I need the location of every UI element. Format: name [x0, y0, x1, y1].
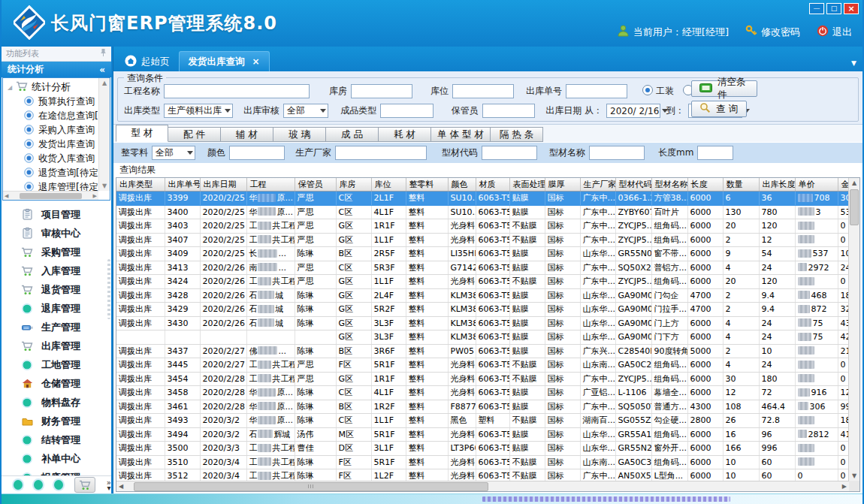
column-header-型材名称[interactable]: 型材名称: [651, 178, 687, 192]
tree-expander-icon[interactable]: ◢: [8, 84, 12, 91]
table-horizontal-scrollbar[interactable]: ◀ ▶: [116, 481, 849, 491]
logout-button[interactable]: 退出: [817, 25, 852, 39]
column-header-金[interactable]: 金: [838, 178, 849, 192]
column-header-出库类型[interactable]: 出库类型: [116, 178, 165, 192]
column-header-工程[interactable]: 工程: [246, 178, 295, 192]
pin-icon[interactable]: [100, 48, 107, 59]
radio-gongzhuang[interactable]: 工装: [642, 85, 674, 98]
table-vertical-scrollbar[interactable]: ▲ ▼: [848, 178, 859, 481]
column-header-表面处理[interactable]: 表面处理: [509, 178, 545, 192]
table-row[interactable]: 调拨出库34942020/3/2石辉城汤伟M区5R1F整料光身料6063-T5贴…: [116, 427, 849, 442]
tree-item-在途信息查询[待[interactable]: 在途信息查询[待: [3, 109, 98, 123]
sidebar-item-审核中心[interactable]: 审核中心: [2, 224, 111, 243]
tree-horizontal-scrollbar[interactable]: ◀▶: [3, 191, 98, 200]
tree-item-预算执行查询[interactable]: 预算执行查询: [3, 95, 98, 109]
tree-hscroll-thumb[interactable]: [20, 193, 83, 199]
vscroll-thumb[interactable]: [850, 189, 859, 225]
column-header-整零料[interactable]: 整零料: [406, 178, 448, 192]
clear-conditions-button[interactable]: 清空条件: [691, 80, 757, 97]
table-row[interactable]: 调拨出库34302020/2/26石城陈琳G区3L3F整料KLM38176063…: [116, 316, 849, 330]
project-name-input[interactable]: [164, 84, 310, 98]
material-tab-隔热条[interactable]: 隔 热 条: [491, 127, 543, 142]
date-from-select[interactable]: 2020/ 2/16: [606, 104, 660, 118]
table-row[interactable]: 调拨出库34582020/2/28华原...陈琳C区4L1F整料光身料6063-…: [116, 386, 849, 400]
outbound-type-select[interactable]: 生产领料出库: [164, 104, 233, 118]
table-row[interactable]: 调拨出库34132020/2/26南...严思C区5R3F整料G71422606…: [116, 261, 849, 275]
material-tab-耗材[interactable]: 耗 材: [379, 127, 431, 142]
table-row[interactable]: 调拨出库34932020/3/2华原...陈琳C区1L1F整料黑色塑料不贴膜国标…: [116, 414, 849, 428]
tree-item-退库管理[待定][interactable]: 退库管理[待定]: [3, 180, 98, 191]
column-header-材质[interactable]: 材质: [476, 178, 509, 192]
table-row[interactable]: 调拨出库35102020/3/4工共工程陈琳F区5R1F整料光身料6063-T5…: [116, 455, 849, 469]
color-input[interactable]: [229, 146, 285, 160]
column-header-出库单号[interactable]: 出库单号: [165, 178, 200, 192]
whole-piece-select[interactable]: 全部: [152, 146, 195, 160]
column-header-单价[interactable]: 单价: [795, 178, 838, 192]
minimize-button[interactable]: —: [809, 3, 824, 14]
material-tab-成品[interactable]: 成 品: [326, 127, 379, 142]
keeper-input[interactable]: [482, 104, 535, 118]
column-header-库房[interactable]: 库房: [336, 178, 371, 192]
column-header-出库长度[interactable]: 出库长度: [759, 178, 795, 192]
column-header-出库日期[interactable]: 出库日期: [200, 178, 246, 192]
maximize-button[interactable]: □: [826, 3, 841, 14]
column-header-膜厚[interactable]: 膜厚: [545, 178, 580, 192]
column-header-库位[interactable]: 库位: [371, 178, 406, 192]
material-tab-辅材[interactable]: 辅 材: [221, 127, 273, 142]
sidebar-item-入库管理[interactable]: 入库管理: [2, 261, 111, 280]
tree-vertical-scrollbar[interactable]: ▲▼: [98, 78, 110, 191]
change-password-button[interactable]: 修改密码: [745, 25, 800, 39]
sidebar-item-退库管理[interactable]: 退库管理: [2, 299, 111, 318]
dot-icon[interactable]: [34, 480, 43, 490]
outbound-order-no-input[interactable]: [566, 84, 627, 98]
cart-shortcut-button[interactable]: [74, 477, 95, 493]
table-row[interactable]: G区3L3F整料KLM38176063-T5贴膜国标山东华...GA90M09.…: [116, 330, 849, 345]
table-row[interactable]: 调拨出库34242020/2/26工共工程严思G区1L1F整料光身料6063-T…: [116, 275, 849, 289]
column-header-颜色[interactable]: 颜色: [448, 178, 476, 192]
length-input[interactable]: [697, 146, 733, 160]
sidebar-scroll-grip[interactable]: [107, 259, 110, 319]
sidebar-item-出库管理[interactable]: 出库管理: [2, 337, 111, 355]
sidebar-item-工地管理[interactable]: 工地管理: [2, 355, 111, 374]
sidebar-overflow-button[interactable]: »▾: [107, 480, 111, 490]
tree-root-item[interactable]: ◢统计分析: [3, 80, 98, 95]
table-row[interactable]: 调拨出库34452020/2/27工共工程严思F区5R1F整料光身料6063-T…: [116, 358, 849, 373]
profile-name-input[interactable]: [589, 146, 645, 160]
table-row[interactable]: 调拨出库33992020/2/25华原...严思C区2L1F整料SU10...6…: [116, 192, 849, 206]
sidebar-item-退货管理[interactable]: 退货管理: [2, 280, 111, 299]
warehouse-input[interactable]: [351, 84, 412, 98]
table-row[interactable]: 调拨出库34542020/2/28工共工程严思G区1R1F整料光身料6063-T…: [116, 372, 849, 386]
table-row[interactable]: 调拨出库34292020/2/26石城陈琳G区5R2F整料KLM38176063…: [116, 303, 849, 317]
sidebar-item-财务管理[interactable]: 财务管理: [2, 412, 111, 430]
collapse-icon[interactable]: «: [99, 65, 105, 75]
table-row[interactable]: 调拨出库34002020/2/25华原...严思C区4L1F整料SU10...6…: [116, 205, 849, 219]
material-tab-玻璃[interactable]: 玻 璃: [273, 127, 326, 142]
tree-item-退货查询[待定][interactable]: 退货查询[待定]: [3, 166, 98, 180]
tree-item-采购入库查询[interactable]: 采购入库查询: [3, 123, 98, 137]
profile-code-input[interactable]: [482, 146, 537, 160]
table-row[interactable]: 调拨出库34092020/2/25长...陈琳B区2R5F整料LI35HD606…: [116, 247, 849, 261]
column-header-保管员[interactable]: 保管员: [295, 178, 336, 192]
table-row[interactable]: 调拨出库34372020/2/27佛...陈琳B区3R6F整料PW056063-…: [116, 344, 849, 358]
product-type-input[interactable]: [380, 104, 433, 118]
sidebar-item-采购管理[interactable]: 采购管理: [2, 243, 111, 261]
dot-icon[interactable]: [54, 480, 63, 490]
table-row[interactable]: 调拨出库34032020/2/25工共工程严思G区1R1F整料光身料6063-T…: [116, 219, 849, 234]
table-row[interactable]: 调拨出库35122020/3/4工共工程陈琳F区1L2F整料光身料6063-T5…: [116, 469, 849, 481]
close-button[interactable]: ×: [844, 3, 859, 14]
outbound-audit-select[interactable]: 全部: [283, 104, 328, 118]
tree-item-发货出库查询[interactable]: 发货出库查询: [3, 137, 98, 152]
tab-close-icon[interactable]: ×: [252, 56, 260, 67]
sidebar-item-报废管理[interactable]: 报废管理: [2, 468, 111, 475]
table-row[interactable]: 调拨出库35002020/3/3工共工程曹佳D区3L1F整料LT3P606063…: [116, 442, 849, 456]
sidebar-section-header[interactable]: 统计分析 «: [2, 62, 111, 77]
table-row[interactable]: 调拨出库34282020/2/26石城陈琳G区2L4F整料KLM38176063…: [116, 288, 849, 303]
sidebar-item-补单中心[interactable]: 补单中心: [2, 449, 111, 468]
hscroll-thumb[interactable]: [134, 482, 488, 491]
location-input[interactable]: [452, 84, 514, 98]
search-button[interactable]: 查 询: [691, 101, 747, 117]
sidebar-item-生产管理[interactable]: 生产管理: [2, 318, 111, 337]
table-row[interactable]: 调拨出库34072020/2/25工共工程严思G区1L1F整料光身料6063-T…: [116, 233, 849, 247]
column-header-长度[interactable]: 长度: [687, 178, 723, 192]
column-header-数量[interactable]: 数量: [723, 178, 759, 192]
